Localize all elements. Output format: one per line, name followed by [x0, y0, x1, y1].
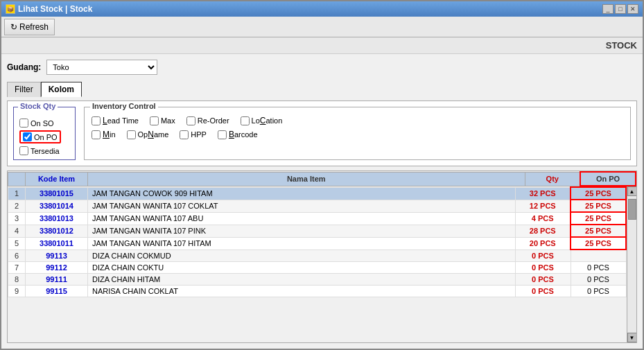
hpp-checkbox[interactable]: [180, 130, 189, 139]
cell-onpo: 0 PCS: [571, 285, 626, 297]
tab-kolom[interactable]: Kolom: [41, 82, 82, 97]
min-label[interactable]: Min: [103, 130, 116, 139]
table-row[interactable]: 533801011JAM TANGAN WANITA 107 HITAM20 P…: [8, 237, 627, 250]
scroll-track[interactable]: [627, 196, 637, 333]
opname-checkbox[interactable]: [127, 130, 136, 139]
table-row[interactable]: 433801012JAM TANGAN WANITA 107 PINK28 PC…: [8, 225, 627, 237]
cell-qty: 20 PCS: [515, 237, 571, 250]
cell-kode: 99113: [26, 250, 88, 261]
on-po-row: On PO: [19, 130, 69, 143]
cell-no: 9: [8, 285, 26, 297]
hpp-check: HPP: [180, 130, 207, 139]
max-check: Max: [150, 116, 175, 125]
cell-kode: 99112: [26, 261, 88, 273]
col-header-no: [8, 172, 26, 186]
barcode-check: Barcode: [218, 130, 258, 139]
gudang-row: Gudang: Toko Gudang 1 Gudang 2: [7, 60, 637, 75]
minimize-button[interactable]: _: [602, 4, 613, 14]
location-check: LoCation: [241, 116, 283, 125]
location-checkbox[interactable]: [241, 116, 250, 125]
table-row[interactable]: 133801015JAM TANGAN COWOK 909 HITAM32 PC…: [8, 187, 627, 200]
max-label[interactable]: Max: [161, 116, 175, 125]
title-bar-left: 📦 Lihat Stock | Stock: [6, 4, 92, 14]
cell-nama: JAM TANGAN WANITA 107 PINK: [88, 225, 516, 237]
tab-filter[interactable]: Filter: [7, 82, 41, 97]
cell-onpo: 25 PCS: [571, 187, 626, 200]
data-table: Kode Item Nama Item Qty On PO: [8, 171, 636, 186]
inventory-control-legend: Inventory Control: [90, 102, 158, 110]
on-so-label[interactable]: On SO: [31, 119, 54, 128]
table-row[interactable]: 899111DIZA CHAIN HITAM0 PCS0 PCS: [8, 273, 627, 285]
cell-qty: 32 PCS: [515, 187, 571, 200]
cell-qty: 0 PCS: [515, 273, 571, 285]
cell-nama: JAM TANGAN WANITA 107 ABU: [88, 212, 516, 225]
table-row[interactable]: 233801014JAM TANGAN WANITA 107 COKLAT12 …: [8, 200, 627, 212]
scroll-up-arrow[interactable]: ▲: [627, 186, 637, 196]
table-body-scroll[interactable]: 133801015JAM TANGAN COWOK 909 HITAM32 PC…: [8, 186, 627, 342]
barcode-label[interactable]: Barcode: [229, 130, 258, 139]
on-po-label[interactable]: On PO: [34, 133, 58, 141]
cell-nama: DIZA CHAIN HITAM: [88, 273, 516, 285]
table-row[interactable]: 999115NARISA CHAIN COKLAT0 PCS0 PCS: [8, 285, 627, 297]
gudang-select[interactable]: Toko Gudang 1 Gudang 2: [46, 60, 157, 75]
cell-kode: 33801014: [26, 200, 88, 212]
lead-time-label[interactable]: Lead Time: [103, 116, 139, 125]
cell-onpo: 0 PCS: [571, 273, 626, 285]
inventory-control-group: Inventory Control Lead Time Max Re-Order: [84, 107, 631, 160]
opname-label[interactable]: OpName: [138, 130, 169, 139]
cell-onpo: [571, 250, 626, 261]
tersedia-checkbox[interactable]: [19, 146, 28, 155]
hpp-label[interactable]: HPP: [191, 130, 207, 139]
table-row[interactable]: 699113DIZA CHAIN COKMUD0 PCS: [8, 250, 627, 261]
re-order-check: Re-Order: [186, 116, 229, 125]
re-order-label[interactable]: Re-Order: [198, 116, 229, 125]
cell-no: 5: [8, 237, 26, 250]
toolbar: ↻ Refresh: [1, 17, 643, 37]
min-checkbox[interactable]: [92, 130, 101, 139]
table-row[interactable]: 333801013JAM TANGAN WANITA 107 ABU4 PCS2…: [8, 212, 627, 225]
stock-qty-legend: Stock Qty: [18, 102, 58, 110]
stock-qty-group: Stock Qty On SO On PO Tersedia: [13, 107, 76, 160]
col-header-onpo: On PO: [580, 172, 636, 186]
refresh-label: Refresh: [19, 22, 49, 32]
max-checkbox[interactable]: [150, 116, 159, 125]
on-po-outline: On PO: [19, 130, 61, 143]
cell-no: 3: [8, 212, 26, 225]
cell-nama: DIZA CHAIN COKMUD: [88, 250, 516, 261]
table-header-row: Kode Item Nama Item Qty On PO: [8, 172, 636, 186]
tabs: Filter Kolom: [7, 82, 637, 97]
cell-qty: 12 PCS: [515, 200, 571, 212]
restore-button[interactable]: □: [615, 4, 626, 14]
title-bar: 📦 Lihat Stock | Stock _ □ ✕: [1, 1, 643, 17]
cell-onpo: 25 PCS: [571, 200, 626, 212]
col-header-nama: Nama Item: [88, 172, 525, 186]
re-order-checkbox[interactable]: [186, 116, 195, 125]
gudang-label: Gudang:: [7, 62, 41, 72]
close-button[interactable]: ✕: [627, 4, 638, 14]
barcode-checkbox[interactable]: [218, 130, 227, 139]
data-table-container: Kode Item Nama Item Qty On PO: [7, 170, 637, 343]
table-row[interactable]: 799112DIZA CHAIN COKTU0 PCS0 PCS: [8, 261, 627, 273]
on-so-checkbox[interactable]: [19, 119, 28, 128]
col-header-kode: Kode Item: [26, 172, 88, 186]
header-stock: STOCK: [1, 37, 643, 54]
opname-check: OpName: [127, 130, 169, 139]
cell-onpo: 0 PCS: [571, 261, 626, 273]
col-header-qty: Qty: [525, 172, 580, 186]
refresh-button[interactable]: ↻ Refresh: [4, 19, 55, 35]
inv-row-2: Min OpName HPP Barcode: [92, 130, 623, 139]
tersedia-label[interactable]: Tersedia: [31, 147, 60, 155]
on-po-checkbox[interactable]: [23, 132, 32, 141]
location-label[interactable]: LoCation: [252, 116, 283, 125]
cell-nama: JAM TANGAN WANITA 107 HITAM: [88, 237, 516, 250]
cell-kode: 99115: [26, 285, 88, 297]
cell-qty: 28 PCS: [515, 225, 571, 237]
cell-kode: 33801012: [26, 225, 88, 237]
cell-no: 4: [8, 225, 26, 237]
scroll-thumb[interactable]: [628, 199, 636, 220]
cell-kode: 33801011: [26, 237, 88, 250]
main-window: 📦 Lihat Stock | Stock _ □ ✕ ↻ Refresh ST…: [0, 0, 644, 350]
scroll-down-arrow[interactable]: ▼: [627, 333, 637, 342]
lead-time-checkbox[interactable]: [92, 116, 101, 125]
cell-kode: 99111: [26, 273, 88, 285]
